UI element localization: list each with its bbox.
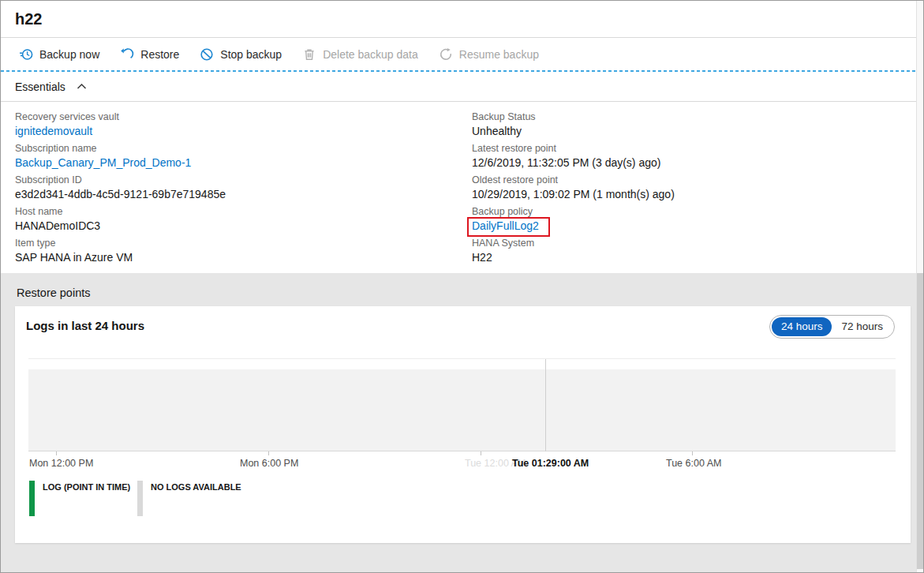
page-title: h22 bbox=[15, 10, 42, 28]
field-label: HANA System bbox=[472, 237, 675, 249]
x-axis-label: Tue 6:00 AM bbox=[666, 458, 721, 469]
field-backup-policy: Backup policy DailyFullLog2 bbox=[472, 205, 675, 237]
delete-icon bbox=[302, 47, 316, 62]
field-label: Item type bbox=[15, 237, 226, 249]
logs-chart-title: Logs in last 24 hours bbox=[26, 319, 144, 332]
field-recovery-services-vault: Recovery services vault ignitedemovault bbox=[15, 110, 226, 142]
oldest-restore-point-value: 10/29/2019, 1:09:02 PM (1 month(s) ago) bbox=[472, 187, 675, 202]
essentials-right-column: Backup Status Unhealthy Latest restore p… bbox=[472, 110, 675, 268]
field-label: Backup Status bbox=[472, 110, 675, 123]
subscription-id-value: e3d2d341-4ddb-4c5d-9121-69b7e719485e bbox=[15, 187, 226, 202]
blade-header: h22 bbox=[1, 1, 918, 38]
essentials-header: Essentials bbox=[1, 72, 918, 102]
stop-backup-button[interactable]: Stop backup bbox=[189, 43, 292, 66]
subscription-name-link[interactable]: Backup_Canary_PM_Prod_Demo-1 bbox=[15, 155, 226, 170]
backup-now-button[interactable]: Backup now bbox=[9, 43, 110, 66]
x-axis-label-current-time: Tue 01:29:00 AM bbox=[512, 458, 589, 469]
x-axis-label: Mon 12:00 PM bbox=[29, 458, 93, 469]
field-subscription-name: Subscription name Backup_Canary_PM_Prod_… bbox=[15, 142, 226, 174]
toggle-24-hours[interactable]: 24 hours bbox=[772, 317, 832, 336]
field-item-type: Item type SAP HANA in Azure VM bbox=[15, 237, 226, 268]
logs-chart-card: Logs in last 24 hours 24 hours 72 hours … bbox=[15, 306, 911, 543]
backup-now-label: Backup now bbox=[39, 48, 99, 61]
field-hana-system: HANA System H22 bbox=[472, 237, 675, 268]
delete-backup-data-label: Delete backup data bbox=[323, 48, 418, 61]
essentials-body: Recovery services vault ignitedemovault … bbox=[1, 102, 918, 273]
field-label: Latest restore point bbox=[472, 142, 675, 155]
hana-system-value: H22 bbox=[472, 250, 675, 265]
backup-policy-highlight-box: DailyFullLog2 bbox=[467, 217, 550, 237]
backup-now-icon bbox=[19, 47, 33, 62]
vertical-scrollbar[interactable] bbox=[916, 1, 923, 573]
field-label: Oldest restore point bbox=[472, 174, 675, 186]
legend-item-no-logs-available: NO LOGS AVAILABLE bbox=[137, 481, 241, 516]
chart-top-gridline bbox=[28, 358, 896, 359]
field-label: Recovery services vault bbox=[15, 110, 226, 123]
field-oldest-restore-point: Oldest restore point 10/29/2019, 1:09:02… bbox=[472, 174, 675, 205]
field-subscription-id: Subscription ID e3d2d341-4ddb-4c5d-9121-… bbox=[15, 174, 226, 205]
legend-label: LOG (POINT IN TIME) bbox=[43, 482, 130, 492]
latest-restore-point-value: 12/6/2019, 11:32:05 PM (3 day(s) ago) bbox=[472, 155, 675, 170]
backup-policy-link[interactable]: DailyFullLog2 bbox=[472, 219, 539, 232]
stop-backup-icon bbox=[200, 47, 214, 62]
legend-swatch-green bbox=[29, 481, 35, 516]
resume-backup-button[interactable]: Resume backup bbox=[428, 43, 549, 66]
field-label: Subscription name bbox=[15, 142, 226, 155]
axis-tick bbox=[268, 451, 269, 455]
backup-status-value: Unhealthy bbox=[472, 124, 675, 139]
latest-log-time-cursor bbox=[545, 359, 546, 451]
field-label: Host name bbox=[15, 205, 226, 218]
backup-item-blade: h22 Backup now Restore Stop backup Dele bbox=[0, 0, 924, 573]
legend-label: NO LOGS AVAILABLE bbox=[151, 482, 241, 492]
field-label: Subscription ID bbox=[15, 174, 226, 186]
item-type-value: SAP HANA in Azure VM bbox=[15, 250, 226, 265]
restore-points-title: Restore points bbox=[17, 286, 91, 299]
axis-tick bbox=[692, 451, 693, 455]
scrollbar-thumb[interactable] bbox=[917, 273, 923, 569]
host-name-value: HANADemoIDC3 bbox=[15, 219, 226, 234]
axis-tick bbox=[481, 451, 481, 455]
restore-icon bbox=[120, 47, 134, 62]
restore-button[interactable]: Restore bbox=[110, 43, 189, 66]
legend-item-log-point-in-time: LOG (POINT IN TIME) bbox=[29, 481, 130, 516]
restore-points-section: Restore points Logs in last 24 hours 24 … bbox=[1, 273, 918, 573]
toggle-72-hours[interactable]: 72 hours bbox=[832, 317, 892, 336]
delete-backup-data-button[interactable]: Delete backup data bbox=[292, 43, 428, 66]
chevron-up-icon bbox=[77, 81, 87, 92]
field-label: Backup policy bbox=[472, 205, 675, 218]
recovery-services-vault-link[interactable]: ignitedemovault bbox=[15, 124, 226, 139]
essentials-left-column: Recovery services vault ignitedemovault … bbox=[15, 110, 226, 268]
field-latest-restore-point: Latest restore point 12/6/2019, 11:32:05… bbox=[472, 142, 675, 174]
field-backup-status: Backup Status Unhealthy bbox=[472, 110, 675, 142]
no-logs-available-band bbox=[28, 369, 896, 451]
resume-backup-label: Resume backup bbox=[459, 48, 539, 61]
field-host-name: Host name HANADemoIDC3 bbox=[15, 205, 226, 237]
resume-icon bbox=[439, 47, 453, 62]
command-bar: Backup now Restore Stop backup Delete ba… bbox=[1, 38, 918, 70]
essentials-title: Essentials bbox=[15, 81, 65, 93]
legend-swatch-gray bbox=[137, 481, 143, 516]
essentials-collapse-button[interactable] bbox=[75, 79, 88, 94]
time-range-toggle: 24 hours 72 hours bbox=[769, 315, 895, 339]
x-axis-label: Mon 6:00 PM bbox=[240, 458, 298, 469]
axis-tick bbox=[56, 451, 57, 455]
stop-backup-label: Stop backup bbox=[220, 48, 282, 61]
restore-label: Restore bbox=[140, 48, 179, 61]
